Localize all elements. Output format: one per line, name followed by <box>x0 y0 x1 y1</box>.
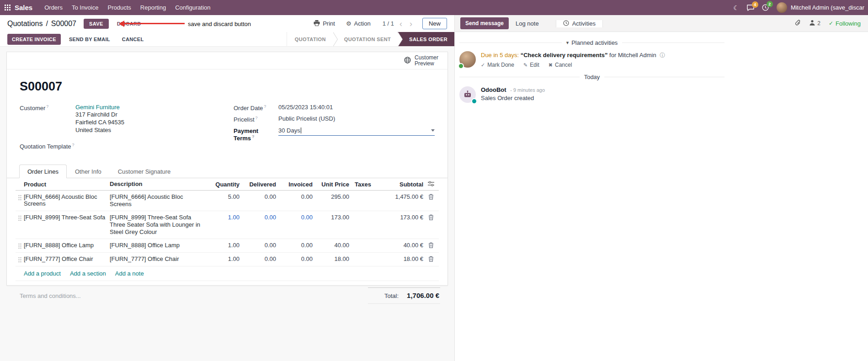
table-footer-links: Add a product Add a section Add a note <box>16 266 439 281</box>
stage-quotation[interactable]: QUOTATION <box>287 32 333 46</box>
cell-quantity[interactable]: 5.00 <box>203 193 240 200</box>
delete-row-icon[interactable] <box>428 214 434 222</box>
menu-configuration[interactable]: Configuration <box>170 0 215 15</box>
info-icon[interactable]: ⓘ <box>660 52 665 58</box>
cell-delivered[interactable]: 0.00 <box>240 255 276 262</box>
customer-preview-button[interactable]: Customer Preview <box>404 55 441 67</box>
chatter-topbar: Send message Log note Activities 2 ✓ <box>455 15 868 32</box>
order-line-row[interactable]: [FURN_7777] Office Chair [FURN_7777] Off… <box>16 253 439 266</box>
message-author[interactable]: OdooBot <box>481 86 506 93</box>
optional-columns-icon[interactable] <box>428 181 434 188</box>
cell-invoiced[interactable]: 0.00 <box>276 193 313 200</box>
cell-unit-price[interactable]: 40.00 <box>313 242 349 249</box>
messages-icon[interactable]: 4 <box>747 5 754 11</box>
followers-button[interactable]: 2 <box>809 20 820 27</box>
stage-sales-order[interactable]: SALES ORDER <box>398 32 454 46</box>
cell-description[interactable]: [FURN_7777] Office Chair <box>110 255 203 263</box>
add-section-link[interactable]: Add a section <box>70 270 106 277</box>
dropdown-caret-icon[interactable] <box>431 129 435 132</box>
create-invoice-button[interactable]: CREATE INVOICE <box>7 34 61 45</box>
col-unit-price[interactable]: Unit Price <box>313 181 349 188</box>
user-menu[interactable]: Mitchell Admin (save_discar <box>777 2 864 13</box>
order-line-row[interactable]: [FURN_8888] Office Lamp [FURN_8888] Offi… <box>16 239 439 253</box>
cell-product[interactable]: [FURN_8999] Three-Seat Sofa <box>24 214 110 221</box>
cell-product[interactable]: [FURN_6666] Acoustic Bloc Screens <box>24 193 110 207</box>
col-taxes[interactable]: Taxes <box>349 181 381 188</box>
cancel-activity-button[interactable]: ✖Cancel <box>548 62 572 68</box>
col-description[interactable]: Description <box>110 180 203 188</box>
planned-activities-header[interactable]: ▾ Planned activities <box>459 39 724 46</box>
pager-previous-icon[interactable]: ‹ <box>398 20 404 28</box>
cell-quantity[interactable]: 1.00 <box>203 214 240 221</box>
activities-clock-icon[interactable]: 2 <box>762 4 769 11</box>
print-button[interactable]: Print <box>310 18 339 29</box>
breadcrumb-quotations[interactable]: Quotations <box>7 20 43 28</box>
cell-quantity[interactable]: 1.00 <box>203 242 240 249</box>
order-line-row[interactable]: [FURN_6666] Acoustic Bloc Screens [FURN_… <box>16 191 439 211</box>
cell-unit-price[interactable]: 295.00 <box>313 193 349 200</box>
new-button[interactable]: New <box>422 18 447 29</box>
col-subtotal[interactable]: Subtotal <box>381 181 423 188</box>
cell-subtotal: 1,475.00 € <box>381 193 423 200</box>
cell-invoiced[interactable]: 0.00 <box>276 255 313 262</box>
app-name[interactable]: Sales <box>15 4 32 11</box>
edit-activity-button[interactable]: ✎Edit <box>523 62 539 68</box>
menu-to-invoice[interactable]: To Invoice <box>67 0 103 15</box>
delete-row-icon[interactable] <box>428 256 434 263</box>
pricelist-field[interactable]: Public Pricelist (USD) <box>278 115 335 122</box>
tab-order-lines[interactable]: Order Lines <box>19 165 67 178</box>
drag-handle-icon[interactable] <box>16 193 24 201</box>
tab-activities[interactable]: Activities <box>556 20 603 27</box>
add-product-link[interactable]: Add a product <box>24 270 61 277</box>
cell-unit-price[interactable]: 18.00 <box>313 255 349 262</box>
cell-description[interactable]: [FURN_6666] Acoustic Bloc Screens <box>110 193 203 208</box>
cell-delivered[interactable]: 0.00 <box>240 242 276 249</box>
send-message-button[interactable]: Send message <box>460 17 509 29</box>
cell-product[interactable]: [FURN_8888] Office Lamp <box>24 242 110 249</box>
cell-delivered[interactable]: 0.00 <box>240 214 276 221</box>
delete-row-icon[interactable] <box>428 242 434 250</box>
save-button[interactable]: SAVE <box>84 19 109 29</box>
terms-placeholder[interactable]: Terms and conditions... <box>20 292 81 299</box>
apps-grid-icon[interactable] <box>5 5 11 11</box>
drag-handle-icon[interactable] <box>16 255 24 263</box>
top-navbar: Sales Orders To Invoice Products Reporti… <box>0 0 868 15</box>
menu-reporting[interactable]: Reporting <box>136 0 170 15</box>
following-button[interactable]: ✓ Following <box>829 20 861 27</box>
dark-mode-icon[interactable]: ☾ <box>733 4 739 11</box>
stage-quotation-sent[interactable]: QUOTATION SENT <box>333 32 398 46</box>
cell-unit-price[interactable]: 173.00 <box>313 214 349 221</box>
cell-invoiced[interactable]: 0.00 <box>276 214 313 221</box>
col-invoiced[interactable]: Invoiced <box>276 181 313 188</box>
cell-description[interactable]: [FURN_8888] Office Lamp <box>110 242 203 249</box>
cell-product[interactable]: [FURN_7777] Office Chair <box>24 255 110 262</box>
menu-orders[interactable]: Orders <box>40 0 67 15</box>
pager-next-icon[interactable]: › <box>408 20 414 28</box>
menu-products[interactable]: Products <box>103 0 135 15</box>
customer-link[interactable]: Gemini Furniture <box>75 104 120 111</box>
cell-description[interactable]: [FURN_8999] Three-Seat Sofa Three Seater… <box>110 214 203 236</box>
log-note-button[interactable]: Log note <box>511 17 544 30</box>
col-delivered[interactable]: Delivered <box>240 181 276 188</box>
payment-terms-input[interactable]: 30 Days <box>278 127 435 136</box>
col-product[interactable]: Product <box>24 181 110 188</box>
tab-customer-signature[interactable]: Customer Signature <box>110 165 179 178</box>
cell-subtotal: 18.00 € <box>381 255 423 262</box>
cell-delivered[interactable]: 0.00 <box>240 193 276 200</box>
cell-invoiced[interactable]: 0.00 <box>276 242 313 249</box>
action-button[interactable]: ⚙ Action <box>342 18 374 29</box>
mark-done-button[interactable]: ✓Mark Done <box>481 62 514 68</box>
cell-quantity[interactable]: 1.00 <box>203 255 240 262</box>
cancel-button[interactable]: CANCEL <box>118 34 148 45</box>
order-line-row[interactable]: [FURN_8999] Three-Seat Sofa [FURN_8999] … <box>16 211 439 239</box>
tab-other-info[interactable]: Other Info <box>67 165 110 178</box>
send-by-email-button[interactable]: SEND BY EMAIL <box>65 34 114 45</box>
delete-row-icon[interactable] <box>428 194 434 201</box>
drag-handle-icon[interactable] <box>16 242 24 249</box>
drag-handle-icon[interactable] <box>16 214 24 221</box>
col-quantity[interactable]: Quantity <box>203 181 240 188</box>
add-note-link[interactable]: Add a note <box>115 270 144 277</box>
order-date-field[interactable]: 05/25/2023 15:40:01 <box>278 104 333 111</box>
attach-files-icon[interactable] <box>795 20 801 27</box>
control-panel-right: Print ⚙ Action 1 / 1 ‹ › New <box>310 18 447 29</box>
